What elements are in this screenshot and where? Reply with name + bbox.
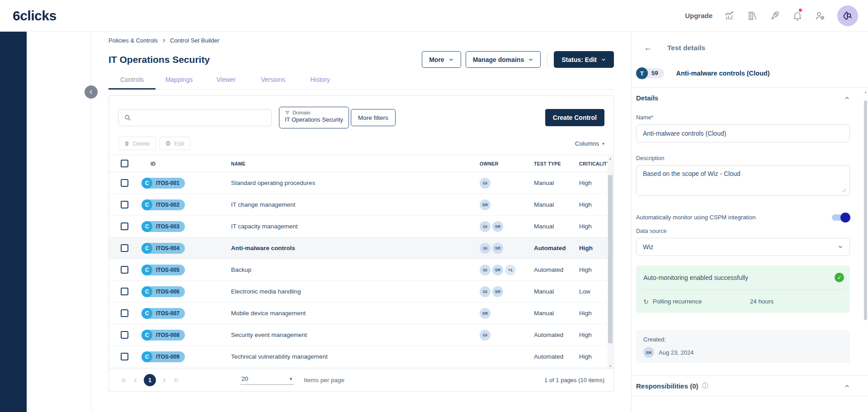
table-row[interactable]: C ITOS-005 Backup GISR +1 bbox=[109, 259, 613, 281]
owner-avatars: GISR bbox=[480, 221, 534, 232]
table-row[interactable]: C ITOS-007 Mobile device management SR bbox=[109, 303, 613, 324]
owner-avatar[interactable]: SR bbox=[480, 308, 491, 319]
account-settings-icon[interactable] bbox=[815, 10, 826, 21]
table-row[interactable]: C ITOS-008 Security event management GI bbox=[109, 324, 613, 346]
current-page-button[interactable]: 1 bbox=[144, 374, 156, 386]
notifications-icon[interactable] bbox=[792, 10, 803, 21]
owner-avatar[interactable]: SR bbox=[480, 199, 491, 210]
row-checkbox[interactable] bbox=[121, 331, 128, 339]
6clicks-logo[interactable]: 6clicks bbox=[13, 8, 57, 24]
back-arrow-icon[interactable]: ← bbox=[644, 43, 652, 52]
owner-avatar[interactable]: SR bbox=[492, 243, 503, 254]
more-button[interactable]: More bbox=[422, 51, 461, 68]
tab[interactable]: Controls bbox=[108, 76, 156, 89]
more-filters-button[interactable]: More filters bbox=[351, 109, 396, 126]
row-checkbox[interactable] bbox=[121, 266, 128, 274]
table-row[interactable]: C ITOS-009 Technical vulnerability manag… bbox=[109, 346, 613, 368]
creator-avatar[interactable]: SR bbox=[643, 347, 654, 358]
row-checkbox[interactable] bbox=[121, 309, 128, 317]
tab[interactable]: Viewer bbox=[203, 76, 250, 89]
table-row[interactable]: C ITOS-002 IT change management SR bbox=[109, 194, 613, 216]
row-checkbox[interactable] bbox=[121, 179, 128, 187]
resize-handle-icon[interactable] bbox=[842, 188, 846, 193]
chevron-up-icon[interactable] bbox=[844, 383, 850, 389]
next-page-button[interactable] bbox=[158, 374, 170, 386]
owner-avatar[interactable]: GI bbox=[480, 221, 491, 232]
tab[interactable]: History bbox=[297, 76, 344, 89]
table-row[interactable]: C ITOS-004 Anti-malware controls GISR bbox=[109, 237, 613, 259]
collapse-sidebar-button[interactable] bbox=[85, 85, 98, 99]
status-button[interactable]: Status: Edit bbox=[554, 51, 614, 68]
chevron-up-icon[interactable] bbox=[844, 95, 850, 101]
control-id-badge: C ITOS-005 bbox=[142, 265, 185, 275]
owner-avatar[interactable]: GI bbox=[480, 265, 491, 275]
column-header-test-type[interactable]: TEST TYPE bbox=[534, 161, 579, 166]
panel-scroll-up-icon[interactable]: ▲ bbox=[864, 90, 867, 94]
search-icon bbox=[124, 114, 131, 121]
scrollbar-thumb[interactable] bbox=[608, 175, 613, 343]
last-page-button[interactable] bbox=[170, 374, 182, 386]
control-type-icon: C bbox=[142, 286, 152, 297]
row-checkbox[interactable] bbox=[121, 288, 128, 295]
control-id-badge: C ITOS-008 bbox=[142, 330, 185, 341]
data-source-select[interactable]: Wiz bbox=[636, 238, 850, 256]
domain-filter-label: Domain bbox=[292, 110, 311, 115]
column-header-id[interactable]: ID bbox=[142, 161, 226, 166]
owner-avatar[interactable]: SR bbox=[492, 265, 503, 275]
6clicks-app: 6clicks Upgrade SR Saurabh Rihan Client … bbox=[0, 0, 868, 412]
table-row[interactable]: C ITOS-006 Electronic media handling GIS… bbox=[109, 281, 613, 303]
owner-avatar[interactable]: GI bbox=[480, 178, 491, 189]
tab[interactable]: Mappings bbox=[156, 76, 203, 89]
scroll-up-arrow-icon[interactable]: ▲ bbox=[608, 157, 613, 160]
test-type-value: Automated bbox=[534, 266, 563, 273]
prev-page-button[interactable] bbox=[130, 374, 142, 386]
name-field[interactable] bbox=[636, 124, 850, 142]
upgrade-link[interactable]: Upgrade bbox=[685, 12, 712, 19]
row-checkbox[interactable] bbox=[121, 353, 128, 360]
scroll-down-arrow-icon[interactable]: ▼ bbox=[608, 365, 613, 368]
column-header-owner[interactable]: OWNER bbox=[480, 161, 534, 166]
info-icon[interactable]: ⓘ bbox=[703, 382, 709, 390]
owner-avatars: GI bbox=[480, 330, 534, 341]
chevron-down-icon bbox=[838, 244, 843, 250]
create-control-button[interactable]: Create Control bbox=[545, 109, 604, 126]
select-all-checkbox[interactable] bbox=[121, 160, 128, 167]
owner-avatar[interactable]: GI bbox=[480, 286, 491, 297]
table-scrollbar[interactable]: ▲ ▼ bbox=[608, 156, 613, 369]
analytics-icon[interactable] bbox=[724, 10, 735, 21]
owner-avatar[interactable]: GI bbox=[480, 243, 491, 254]
library-icon[interactable] bbox=[747, 10, 758, 21]
row-checkbox[interactable] bbox=[121, 201, 128, 208]
row-checkbox[interactable] bbox=[121, 244, 128, 252]
table-row[interactable]: C ITOS-003 IT capacity management GISR bbox=[109, 216, 613, 237]
owner-avatar[interactable]: SR bbox=[492, 221, 503, 232]
created-date: Aug 23, 2024 bbox=[659, 349, 693, 356]
owner-avatar[interactable]: SR bbox=[492, 286, 503, 297]
chevron-down-icon bbox=[448, 57, 454, 62]
manage-domains-button[interactable]: Manage domains bbox=[466, 51, 541, 68]
test-type-value: Automated bbox=[534, 331, 563, 338]
table-row[interactable]: C ITOS-001 Standard operating procedures… bbox=[109, 172, 613, 194]
rocket-icon[interactable] bbox=[769, 10, 780, 21]
owner-avatar[interactable]: GI bbox=[480, 330, 491, 341]
columns-dropdown[interactable]: Columns▾ bbox=[575, 140, 604, 147]
items-per-page-label: Items per page bbox=[304, 377, 344, 384]
first-page-button[interactable] bbox=[118, 374, 130, 386]
edit-button[interactable]: ⚙Edit bbox=[160, 137, 190, 150]
ai-assistant-icon[interactable] bbox=[837, 5, 858, 26]
column-header-name[interactable]: NAME bbox=[226, 161, 480, 166]
description-field[interactable]: Based on the scope of Wiz - Cloud bbox=[636, 165, 850, 196]
domain-filter-chip[interactable]: Domain IT Operations Security bbox=[279, 107, 349, 128]
test-type-value: Manual bbox=[534, 180, 554, 186]
tab[interactable]: Versions bbox=[250, 76, 297, 89]
cspm-toggle[interactable] bbox=[832, 214, 850, 221]
delete-button[interactable]: Delete bbox=[118, 137, 156, 150]
responsibilities-section-header[interactable]: Responsibilities (0) ⓘ bbox=[632, 375, 868, 396]
details-section-header[interactable]: Details bbox=[636, 94, 850, 102]
page-size-select[interactable]: 20 ▼ bbox=[241, 375, 294, 385]
search-input[interactable] bbox=[135, 109, 267, 126]
breadcrumb-link[interactable]: Policies & Controls bbox=[108, 37, 158, 44]
owner-overflow-badge[interactable]: +1 bbox=[505, 265, 516, 275]
panel-scrollbar[interactable] bbox=[864, 100, 867, 320]
row-checkbox[interactable] bbox=[121, 223, 128, 230]
